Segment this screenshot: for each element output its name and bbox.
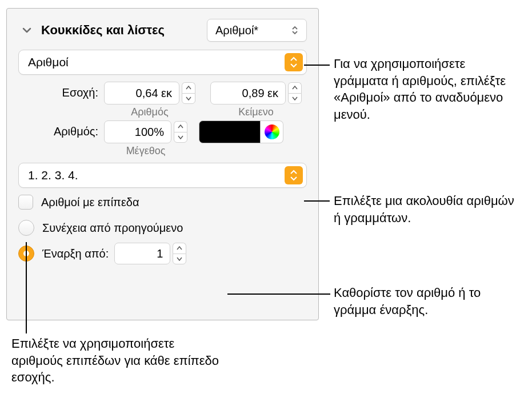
sequence-dropdown[interactable]: 1. 2. 3. 4. xyxy=(18,163,307,188)
callout-sequence: Επιλέξτε μια ακολουθία αριθμών ή γραμμάτ… xyxy=(334,192,522,226)
leader-line xyxy=(26,242,27,333)
indent-number-input[interactable]: 0,64 εκ xyxy=(104,82,179,104)
indent-text-input[interactable]: 0,89 εκ xyxy=(210,82,286,104)
chevron-down-icon xyxy=(178,135,183,139)
startfrom-label: Έναρξη από: xyxy=(42,247,109,260)
dropdown-arrows-icon xyxy=(285,166,303,184)
chevron-up-icon xyxy=(186,86,191,90)
leader-line xyxy=(227,294,330,295)
continue-label: Συνέχεια από προηγούμενο xyxy=(42,222,183,235)
number-label: Αριθμός: xyxy=(18,120,104,138)
list-type-dropdown[interactable]: Αριθμοί xyxy=(18,50,307,75)
startfrom-input[interactable]: 1 xyxy=(114,243,170,264)
updown-icon xyxy=(288,23,302,37)
color-swatch[interactable] xyxy=(199,120,261,143)
chevron-down-icon xyxy=(186,97,191,100)
number-size-sublabel: Μέγεθος xyxy=(126,145,166,157)
sequence-value: 1. 2. 3. 4. xyxy=(28,168,285,182)
tiered-numbers-checkbox[interactable] xyxy=(18,195,33,210)
chevron-down-icon xyxy=(292,97,298,100)
disclosure-toggle[interactable] xyxy=(18,22,35,39)
indent-label: Εσοχή: xyxy=(18,82,104,99)
indent-number-stepper[interactable] xyxy=(182,82,195,104)
number-size-input[interactable]: 100% xyxy=(104,120,171,143)
chevron-down-icon xyxy=(177,257,182,261)
list-style-dropdown[interactable]: Αριθμοί* xyxy=(207,19,307,42)
chevron-up-icon xyxy=(178,124,183,128)
dropdown-arrows-icon xyxy=(285,53,303,71)
color-picker-button[interactable] xyxy=(261,120,283,143)
color-wheel-icon xyxy=(265,124,279,139)
indent-text-sublabel: Κείμενο xyxy=(238,106,273,118)
leader-line xyxy=(304,200,330,202)
callout-tiered: Επιλέξτε να χρησιμοποιήσετε αριθμούς επι… xyxy=(11,335,223,386)
leader-line xyxy=(304,65,330,66)
number-size-stepper[interactable] xyxy=(174,121,187,143)
list-style-value: Αριθμοί* xyxy=(215,24,288,37)
chevron-down-icon xyxy=(22,25,32,35)
indent-number-sublabel: Αριθμός xyxy=(131,106,168,118)
callout-startfrom: Καθορίστε τον αριθμό ή το γράμμα έναρξης… xyxy=(334,284,522,318)
section-title: Κουκκίδες και λίστες xyxy=(41,23,207,38)
chevron-up-icon xyxy=(177,246,182,250)
continue-radio[interactable] xyxy=(18,220,34,236)
indent-text-stepper[interactable] xyxy=(288,82,302,104)
list-type-value: Αριθμοί xyxy=(28,55,285,69)
chevron-up-icon xyxy=(292,86,298,90)
tiered-numbers-label: Αριθμοί με επίπεδα xyxy=(41,196,139,209)
startfrom-stepper[interactable] xyxy=(173,243,186,264)
callout-type-dropdown: Για να χρησιμοποιήσετε γράμματα ή αριθμο… xyxy=(334,55,522,123)
bullets-lists-panel: Κουκκίδες και λίστες Αριθμοί* Αριθμοί Εσ… xyxy=(6,8,319,320)
